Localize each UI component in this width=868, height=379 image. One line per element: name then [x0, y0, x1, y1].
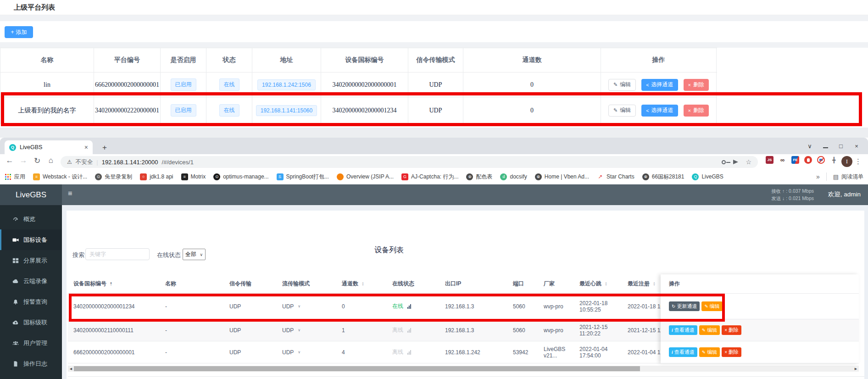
select-channel-button[interactable]: <选择通道 [641, 79, 678, 91]
sidebar-item-gb-devices[interactable]: 国标设备 [0, 229, 62, 250]
online-status-select[interactable]: 全部 ∨ [183, 249, 206, 260]
bookmark-star-icon[interactable]: ☆ [746, 158, 751, 166]
bookmark-livegbs[interactable]: QLiveGBS [692, 173, 723, 180]
address-bar[interactable]: ⚠ 不安全 | 192.168.1.141:20000 /#/devices/1… [61, 156, 758, 168]
sidebar-item-overview[interactable]: 概览 [0, 209, 62, 229]
col-ip: 出口IP [440, 280, 507, 288]
stream-info-chart-icon[interactable] [407, 350, 411, 355]
col-heartbeat[interactable]: 最近心跳▲▼ [574, 280, 622, 288]
bookmark-gb28181[interactable]: ⊕66国标28181 [642, 173, 684, 181]
stream-info-chart-icon[interactable] [407, 304, 411, 309]
delete-button[interactable]: ×删除 [684, 105, 709, 117]
sidebar-item-user-management[interactable]: 用户管理 [0, 333, 62, 353]
bookmark-jdk-api[interactable]: ○jdk1.8 api [140, 173, 173, 180]
edit-device-button[interactable]: ✎编辑 [699, 347, 720, 357]
extension-glasses-icon[interactable]: ∞ [779, 156, 786, 164]
bookmark-aj-captcha[interactable]: GAJ-Captcha: 行为... [401, 173, 458, 181]
bookmark-star-charts[interactable]: ↗Star Charts [597, 173, 634, 180]
extensions-puzzle-icon[interactable]: ╋ [830, 156, 838, 164]
extension-camera-blocker-icon[interactable] [817, 156, 825, 164]
bookmark-docsify[interactable]: ddocsify [500, 173, 527, 180]
bookmark-vben[interactable]: ⊕Home | Vben Ad... [535, 173, 589, 180]
stream-mode-select[interactable]: UDP∨ [277, 349, 336, 356]
send-to-device-icon[interactable] [733, 160, 738, 164]
online-filter-label: 在线状态 [157, 251, 181, 259]
view-channels-button[interactable]: i查看通道 [669, 325, 697, 335]
profile-avatar[interactable]: I [841, 156, 852, 167]
sidebar-item-alarm-query[interactable]: 报警查询 [0, 291, 62, 312]
operations-fixed-column: 操作 ↻更新通道 ✎编辑 i查看通道 ✎编辑 ×删除 i查看通道 ✎编辑 ×删除 [661, 274, 859, 363]
scroll-right-icon[interactable]: ▶ [853, 366, 859, 372]
bookmark-jsip[interactable]: Overview (JSIP A... [337, 173, 394, 180]
sidebar-item-basic-config[interactable]: 基础配置 [0, 374, 62, 379]
github-icon: ⊙ [213, 173, 220, 180]
reading-list-button[interactable]: ▤阅读清单 [833, 173, 863, 181]
scroll-left-icon[interactable]: ◀ [68, 366, 74, 372]
globe-icon: ⊕ [466, 173, 473, 180]
bookmark-copy-site[interactable]: ⊙免登录复制 [95, 173, 132, 181]
scrollbar-thumb[interactable] [74, 366, 640, 371]
security-warning-icon[interactable]: ⚠ [67, 159, 72, 165]
tab-search-chevron-icon[interactable]: ∨ [802, 143, 818, 150]
sidebar-item-operation-log[interactable]: 操作日志 [0, 353, 62, 374]
stats-send: 发送 ↓ : 0.021 Mbps [771, 195, 814, 202]
view-channels-button[interactable]: i查看通道 [669, 347, 697, 357]
window-maximize-button[interactable]: □ [833, 143, 849, 150]
captcha-icon: G [401, 173, 408, 180]
sidebar-item-cloud-recording[interactable]: 云端录像 [0, 271, 62, 291]
app-logo[interactable]: LiveGBS [0, 184, 62, 205]
col-vendor: 厂家 [538, 280, 574, 288]
bookmark-motrix[interactable]: ≡Motrix [181, 173, 206, 180]
device-name: - [160, 303, 224, 310]
window-minimize-button[interactable] [818, 143, 833, 150]
window-close-button[interactable]: × [849, 143, 864, 150]
reload-icon[interactable]: ↻ [31, 156, 43, 166]
bookmark-color-table[interactable]: ⊕配色表 [466, 173, 492, 181]
back-icon[interactable]: ← [4, 156, 16, 165]
divider-band [0, 42, 868, 48]
address-badge[interactable]: 192.168.1.242:1506 [257, 79, 316, 90]
home-icon[interactable]: ⌂ [45, 156, 57, 165]
forward-icon[interactable]: → [17, 156, 29, 165]
col-channels[interactable]: 通道数▲▼ [336, 280, 387, 288]
edit-device-button[interactable]: ✎编辑 [701, 301, 722, 311]
edit-button[interactable]: ✎编辑 [608, 79, 636, 91]
bookmark-springboot[interactable]: SSpringBoot打包... [277, 173, 329, 181]
stream-mode-select[interactable]: UDP∨ [277, 327, 336, 334]
edit-device-button[interactable]: ✎编辑 [699, 325, 720, 335]
scrollbar-track[interactable] [74, 366, 853, 372]
extension-adblock-icon[interactable] [804, 156, 812, 164]
device-name: - [160, 327, 224, 334]
new-tab-button[interactable]: + [99, 142, 110, 153]
delete-button[interactable]: ×删除 [684, 79, 709, 91]
extension-fe-icon[interactable]: FE [791, 156, 799, 164]
info-icon: i [672, 328, 673, 333]
browser-tab-livegbs[interactable]: Q LiveGBS × [5, 140, 93, 154]
address-badge[interactable]: 192.168.1.141:15060 [256, 105, 317, 116]
update-channels-button[interactable]: ↻更新通道 [669, 301, 700, 311]
bookmark-apps[interactable]: 应用 [5, 173, 25, 181]
password-key-icon[interactable] [722, 160, 726, 164]
delete-device-button[interactable]: ×删除 [722, 325, 741, 335]
sidebar-item-gb-cascade[interactable]: 国标级联 [0, 312, 62, 333]
delete-device-button[interactable]: ×删除 [722, 347, 741, 357]
stream-mode-select[interactable]: UDP∨ [277, 303, 336, 310]
add-platform-button[interactable]: + 添加 [5, 26, 33, 38]
welcome-user[interactable]: 欢迎, admin [828, 190, 861, 199]
sidebar-toggle-icon[interactable]: ≡ [68, 190, 72, 198]
extension-js-icon[interactable]: JS [766, 156, 773, 164]
bookmark-webstack[interactable]: ≡Webstack - 设计... [33, 173, 87, 181]
stream-info-chart-icon[interactable] [407, 328, 411, 333]
operations-row: ↻更新通道 ✎编辑 [661, 294, 859, 319]
bookmarks-overflow-icon[interactable]: » [816, 173, 820, 180]
search-input[interactable] [85, 248, 150, 260]
col-gb-id[interactable]: 设备国标编号▲▼ [68, 280, 160, 288]
select-channel-button[interactable]: <选择通道 [641, 105, 678, 117]
bookmark-github[interactable]: ⊙optimus-manage... [213, 173, 268, 180]
refresh-icon: ↻ [672, 304, 675, 309]
browser-menu-icon[interactable]: ⋮ [855, 157, 862, 166]
edit-button[interactable]: ✎编辑 [608, 105, 636, 117]
tab-close-icon[interactable]: × [84, 144, 88, 151]
motrix-icon: ≡ [181, 173, 188, 180]
sidebar-item-split-screen[interactable]: 分屏展示 [0, 250, 62, 271]
